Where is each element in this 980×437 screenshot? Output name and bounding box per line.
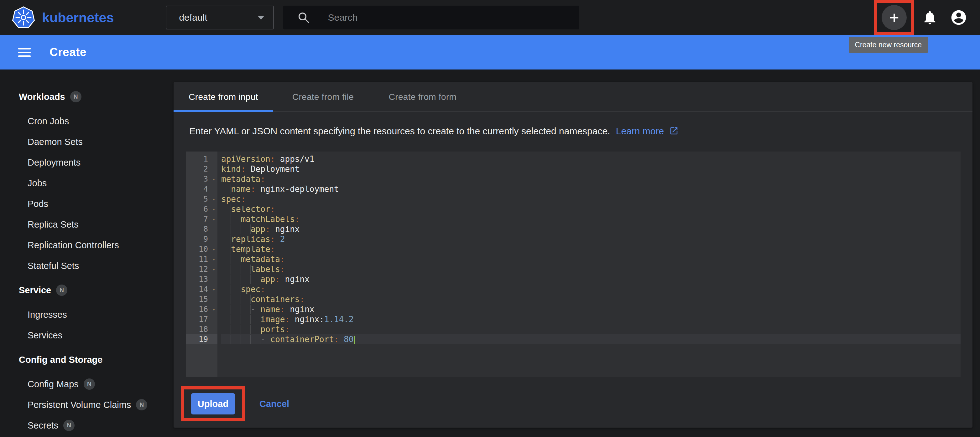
code-line: ports: [221, 324, 961, 334]
annotation-box-create: + [874, 0, 914, 35]
sidebar-section-workloads: WorkloadsN [0, 86, 173, 107]
namespaced-badge: N [56, 285, 67, 296]
line-number: 4 [186, 184, 218, 194]
line-number: 12▾ [186, 264, 218, 274]
sidebar-item-services[interactable]: Services [0, 325, 173, 345]
sidebar-item-label: Secrets [27, 420, 58, 431]
tab-create-from-file[interactable]: Create from file [273, 82, 373, 112]
namespaced-badge: N [70, 91, 81, 102]
code-line: apiVersion: apps/v1 [221, 154, 961, 164]
fold-arrow-icon[interactable]: ▾ [212, 285, 215, 294]
sidebar-item-label: Jobs [27, 178, 47, 188]
namespaced-badge: N [136, 399, 147, 410]
fold-arrow-icon[interactable]: ▾ [212, 195, 215, 204]
namespace-select[interactable]: default [166, 6, 274, 29]
sidebar-item-pods[interactable]: Pods [0, 193, 173, 214]
line-number: 14▾ [186, 284, 218, 294]
sidebar-item-stateful-sets[interactable]: Stateful Sets [0, 255, 173, 276]
line-number: 10▾ [186, 244, 218, 254]
code-line: kind: Deployment [221, 164, 961, 174]
description: Enter YAML or JSON content specifying th… [189, 126, 972, 136]
fold-arrow-icon[interactable]: ▾ [212, 174, 215, 184]
sidebar-item-jobs[interactable]: Jobs [0, 173, 173, 193]
sidebar-item-label: Deployments [27, 157, 81, 168]
app-bar: Create Create new resource [0, 35, 980, 70]
upload-button[interactable]: Upload [191, 393, 235, 415]
code-line: app: nginx [221, 274, 961, 284]
code-line: selector: [221, 204, 961, 214]
editor-code[interactable]: apiVersion: apps/v1kind: Deploymentmetad… [218, 152, 961, 377]
sidebar-item-replica-sets[interactable]: Replica Sets [0, 214, 173, 235]
brand-title: kubernetes [42, 10, 114, 25]
description-text: Enter YAML or JSON content specifying th… [189, 126, 610, 136]
line-number: 15 [186, 294, 218, 304]
line-number: 17 [186, 314, 218, 324]
page-title: Create [49, 46, 86, 59]
code-line: metadata: [221, 174, 961, 184]
sidebar-item-replication-controllers[interactable]: Replication Controllers [0, 235, 173, 255]
fold-arrow-icon[interactable]: ▾ [212, 244, 215, 255]
account-button[interactable] [950, 9, 967, 26]
sidebar-section-service: ServiceN [0, 280, 173, 301]
chevron-down-icon [258, 16, 264, 20]
sidebar-item-cron-jobs[interactable]: Cron Jobs [0, 111, 173, 131]
sidebar-item-label: Ingresses [27, 310, 67, 320]
line-number: 7▾ [186, 214, 218, 224]
sidebar-item-persistent-volume-claims[interactable]: Persistent Volume ClaimsN [0, 394, 173, 415]
tab-create-from-form[interactable]: Create from form [373, 82, 473, 112]
code-line: matchLabels: [221, 214, 961, 224]
sidebar-item-label: Persistent Volume Claims [27, 400, 131, 410]
namespace-value: default [179, 12, 207, 23]
sidebar-item-label: Stateful Sets [27, 261, 79, 271]
notifications-button[interactable] [922, 10, 938, 26]
create-new-resource-button[interactable]: + [881, 5, 907, 30]
code-line: app: nginx [221, 224, 961, 234]
sidebar-item-ingresses[interactable]: Ingresses [0, 304, 173, 325]
code-line: metadata: [221, 254, 961, 264]
fold-arrow-icon[interactable]: ▾ [212, 264, 215, 274]
line-number: 18 [186, 324, 218, 334]
sidebar-item-deployments[interactable]: Deployments [0, 152, 173, 173]
actions-row: Upload Cancel [181, 386, 972, 421]
namespaced-badge: N [63, 420, 75, 431]
tab-bar: Create from inputCreate from fileCreate … [173, 82, 972, 112]
content: WorkloadsNCron JobsDaemon SetsDeployment… [0, 70, 980, 437]
sidebar-section-config-and-storage: Config and Storage [0, 349, 173, 370]
editor-gutter: 123▾45▾6▾7▾8910▾11▾12▾1314▾1516▾171819 [186, 152, 218, 377]
create-card: Create from inputCreate from fileCreate … [173, 82, 972, 428]
sidebar: WorkloadsNCron JobsDaemon SetsDeployment… [0, 70, 173, 437]
sidebar-item-config-maps[interactable]: Config MapsN [0, 374, 173, 394]
search-icon [297, 11, 310, 24]
line-number: 9 [186, 234, 218, 244]
text-cursor [354, 336, 355, 344]
account-circle-icon [950, 9, 967, 26]
search-input[interactable] [328, 12, 547, 23]
code-line: - name: nginx [221, 304, 961, 314]
line-number: 19 [186, 334, 218, 344]
sidebar-item-label: Services [27, 330, 62, 340]
tab-create-from-input[interactable]: Create from input [173, 82, 273, 112]
sidebar-item-daemon-sets[interactable]: Daemon Sets [0, 131, 173, 152]
code-line: name: nginx-deployment [221, 184, 961, 194]
sidebar-item-label: Pods [27, 199, 48, 209]
sidebar-item-secrets[interactable]: SecretsN [0, 415, 173, 436]
line-number: 8 [186, 224, 218, 234]
sidebar-item-label: Cron Jobs [27, 116, 69, 127]
tooltip-create-new-resource: Create new resource [849, 37, 928, 53]
fold-arrow-icon[interactable]: ▾ [212, 214, 215, 225]
yaml-editor[interactable]: 123▾45▾6▾7▾8910▾11▾12▾1314▾1516▾171819 a… [186, 152, 961, 377]
menu-button[interactable] [18, 46, 31, 59]
learn-more-link[interactable]: Learn more [616, 126, 679, 136]
cancel-button[interactable]: Cancel [259, 399, 289, 409]
code-line: spec: [221, 194, 961, 204]
fold-arrow-icon[interactable]: ▾ [212, 305, 215, 315]
line-number: 16▾ [186, 304, 218, 314]
line-number: 11▾ [186, 254, 218, 264]
fold-arrow-icon[interactable]: ▾ [212, 255, 215, 264]
search-bar[interactable] [283, 6, 579, 29]
line-number: 6▾ [186, 204, 218, 214]
namespaced-badge: N [84, 378, 95, 390]
fold-arrow-icon[interactable]: ▾ [212, 204, 215, 214]
kubernetes-logo-icon[interactable] [12, 5, 35, 30]
open-in-new-icon [669, 126, 679, 136]
